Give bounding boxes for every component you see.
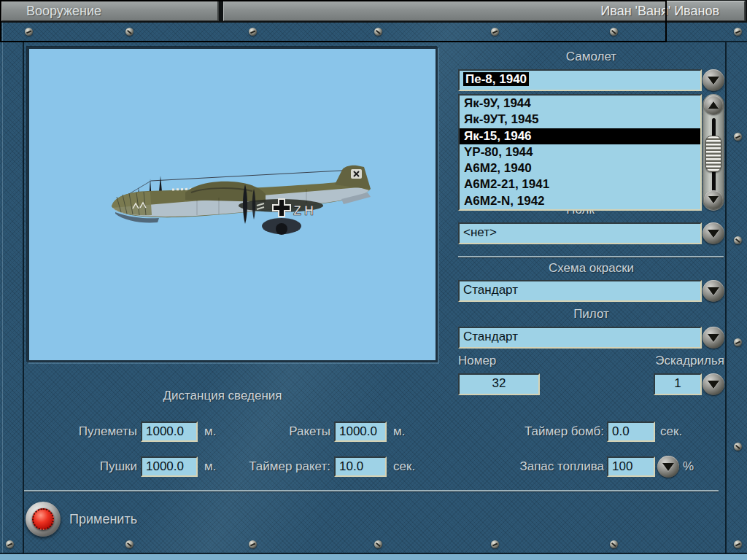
squadron-label: Эскадрилья	[584, 354, 724, 368]
regiment-combo-dropdown-button[interactable]	[703, 222, 724, 244]
bomb-timer-label: Таймер бомб:	[467, 421, 604, 442]
red-button-icon	[32, 508, 54, 530]
plane-combo-dropdown-button[interactable]	[703, 69, 724, 91]
rockets-unit: м.	[393, 421, 405, 442]
machine-guns-input[interactable]: 1000.0	[141, 421, 198, 442]
plane-section-label: Самолет	[458, 50, 724, 64]
plane-list-item[interactable]: Як-9У, 1944	[460, 96, 700, 112]
chevron-up-icon	[708, 101, 719, 109]
chevron-down-icon	[708, 77, 719, 85]
plane-list-item[interactable]: А6М2, 1940	[460, 160, 700, 176]
tab-weapons[interactable]: Вооружение	[1, 1, 219, 21]
rockets-label: Ракеты	[241, 421, 330, 442]
screw-icon	[734, 236, 742, 244]
rocket-timer-label: Таймер ракет:	[219, 456, 330, 477]
screw-icon	[610, 28, 618, 36]
plane-list-item[interactable]: YP-80, 1944	[460, 144, 700, 160]
screw-icon	[125, 28, 133, 36]
screw-icon	[734, 133, 742, 141]
bomb-timer-value: 0.0	[612, 424, 630, 438]
screw-icon	[374, 28, 382, 36]
fuel-value: 100	[612, 459, 632, 473]
apply-label: Применить	[69, 508, 137, 530]
number-value: 32	[492, 376, 506, 390]
chevron-down-icon	[708, 381, 719, 389]
arming-screen: Вооружение Иван 'Ваня' Иванов	[0, 0, 747, 560]
paint-scheme-dropdown-button[interactable]	[703, 280, 724, 302]
section-divider	[458, 256, 724, 257]
chevron-down-icon	[708, 230, 719, 238]
screw-icon	[6, 540, 14, 548]
fuel-input[interactable]: 100	[607, 456, 655, 477]
pilot-combo[interactable]: Стандарт	[458, 327, 702, 349]
screw-icon	[374, 540, 382, 548]
paint-scheme-combo[interactable]: Стандарт	[458, 280, 702, 302]
svg-text:Z: Z	[293, 203, 301, 218]
screw-icon	[25, 28, 33, 36]
rocket-timer-unit: сек.	[393, 456, 415, 477]
cannons-unit: м.	[204, 456, 216, 477]
squadron-input[interactable]: 1	[654, 373, 702, 395]
screw-icon	[491, 540, 499, 548]
scroll-down-button[interactable]	[704, 190, 723, 209]
scroll-up-button[interactable]	[704, 96, 723, 114]
rockets-input[interactable]: 1000.0	[334, 421, 387, 442]
aircraft-image: Z Н	[29, 49, 436, 360]
plane-combo[interactable]: Пе-8, 1940	[458, 69, 702, 91]
plane-combo-value: Пе-8, 1940	[463, 72, 529, 86]
cannons-value: 1000.0	[146, 459, 184, 473]
frame-bottom-strip	[0, 554, 747, 560]
machine-guns-value: 1000.0	[146, 424, 184, 438]
plane-list: Як-9У, 1944 Як-9УТ, 1945 Як-15, 1946 YP-…	[458, 94, 702, 211]
fuel-label: Запас топлива	[467, 456, 604, 477]
chevron-down-icon	[708, 196, 719, 203]
tab-player[interactable]: Иван 'Ваня' Иванов	[223, 1, 746, 21]
fuel-unit: %	[683, 456, 694, 477]
chevron-down-icon	[662, 463, 674, 471]
rockets-value: 1000.0	[339, 424, 377, 438]
rocket-timer-input[interactable]: 10.0	[334, 456, 387, 477]
chevron-down-icon	[708, 287, 719, 295]
paint-scheme-value: Стандарт	[463, 283, 518, 297]
pilot-value: Стандарт	[463, 330, 518, 343]
bomb-timer-input[interactable]: 0.0	[607, 421, 655, 442]
screw-icon	[125, 540, 133, 548]
paint-scheme-label: Схема окраски	[458, 261, 724, 276]
cannons-input[interactable]: 1000.0	[141, 456, 198, 477]
number-input[interactable]: 32	[458, 373, 540, 395]
plane-list-item[interactable]: А6М2-N, 1942	[460, 193, 700, 209]
screw-icon	[734, 443, 742, 451]
machine-guns-label: Пулеметы	[44, 421, 137, 442]
svg-text:Н: Н	[304, 203, 314, 218]
squadron-value: 1	[674, 376, 681, 390]
convergence-title: Дистанция сведения	[113, 389, 332, 403]
chevron-down-icon	[708, 334, 719, 342]
bomb-timer-unit: сек.	[660, 421, 682, 442]
screw-icon	[734, 338, 742, 346]
frame-right-line	[725, 42, 727, 554]
frame-left-edge	[2, 23, 3, 554]
frame-left-line	[23, 42, 24, 554]
aircraft-preview-panel: Z Н	[27, 47, 438, 362]
apply-divider	[24, 490, 719, 491]
apply-button[interactable]	[26, 502, 61, 537]
rocket-timer-value: 10.0	[339, 459, 363, 473]
pilot-dropdown-button[interactable]	[703, 327, 724, 349]
cannons-label: Пушки	[44, 456, 137, 477]
tab-weapons-label: Вооружение	[26, 4, 101, 18]
fuel-dropdown-button[interactable]	[657, 456, 679, 478]
screw-icon	[491, 28, 499, 36]
regiment-combo[interactable]: <нет>	[458, 222, 702, 244]
screw-icon	[249, 28, 257, 36]
frame-top-line	[0, 41, 747, 42]
screw-icon	[734, 540, 742, 548]
screw-icon	[610, 540, 618, 548]
regiment-combo-value: <нет>	[463, 225, 497, 239]
player-name: Иван 'Ваня' Иванов	[600, 4, 719, 18]
plane-list-item[interactable]: Як-9УТ, 1945	[460, 112, 700, 128]
plane-list-item-selected[interactable]: Як-15, 1946	[460, 128, 700, 144]
scrollbar-thumb[interactable]	[705, 136, 721, 172]
number-label: Номер	[458, 354, 496, 368]
plane-list-item[interactable]: А6М2-21, 1941	[460, 176, 700, 192]
squadron-dropdown-button[interactable]	[703, 373, 724, 395]
